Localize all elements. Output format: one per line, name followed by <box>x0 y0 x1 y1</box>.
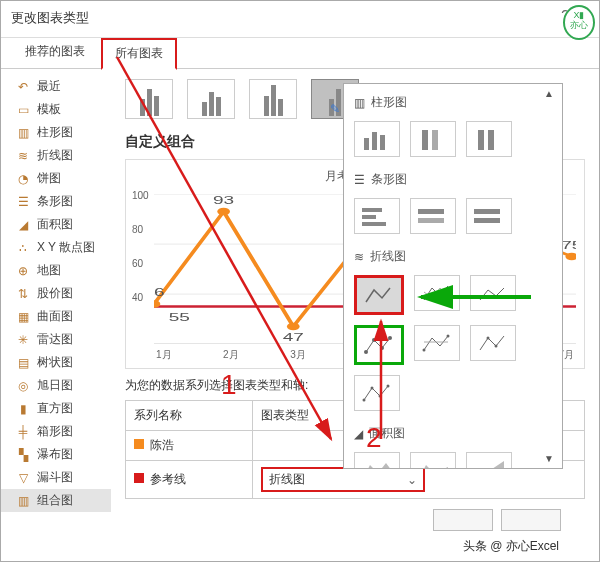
opt-line-2[interactable] <box>414 275 460 311</box>
opt-line-6[interactable] <box>470 325 516 361</box>
chart-type-icon: ▚ <box>15 448 31 462</box>
svg-point-38 <box>423 349 426 352</box>
sidebar-item-0[interactable]: ↶最近 <box>1 75 111 98</box>
watermark-badge: X▮亦心 <box>563 5 595 40</box>
svg-text:56: 56 <box>154 286 165 298</box>
svg-rect-24 <box>432 130 438 150</box>
sidebar-item-3[interactable]: ≋折线图 <box>1 144 111 167</box>
svg-point-41 <box>495 345 498 348</box>
opt-line-1[interactable] <box>354 275 404 315</box>
sidebar-item-11[interactable]: ✳雷达图 <box>1 328 111 351</box>
dialog-buttons <box>433 509 561 531</box>
opt-column-3[interactable] <box>466 121 512 157</box>
line-icon: ≋ <box>354 250 364 264</box>
svg-marker-46 <box>362 463 392 469</box>
chart-type-icon: ◢ <box>15 218 31 232</box>
sidebar-item-9[interactable]: ⇅股价图 <box>1 282 111 305</box>
titlebar: 更改图表类型 ? X▮亦心 <box>1 1 599 31</box>
sidebar-item-18[interactable]: ▥组合图 <box>1 489 111 512</box>
svg-point-45 <box>387 385 390 388</box>
subtype-2[interactable] <box>187 79 235 119</box>
sidebar-item-15[interactable]: ╪箱形图 <box>1 420 111 443</box>
chart-type-icon: ▥ <box>15 494 31 508</box>
annotation-1: 1 <box>221 369 237 401</box>
sidebar-item-1[interactable]: ▭模板 <box>1 98 111 121</box>
scroll-down-icon[interactable]: ▼ <box>544 453 560 464</box>
chart-type-icon: ✳ <box>15 333 31 347</box>
chart-type-icon: ⊕ <box>15 264 31 278</box>
svg-point-40 <box>487 337 490 340</box>
subtype-3[interactable] <box>249 79 297 119</box>
series-type-combo[interactable]: 折线图 ⌄ <box>261 467 425 492</box>
area-icon: ◢ <box>354 427 363 441</box>
sidebar-item-14[interactable]: ▮直方图 <box>1 397 111 420</box>
chart-type-icon: ⇅ <box>15 287 31 301</box>
opt-column-1[interactable] <box>354 121 400 157</box>
svg-text:93: 93 <box>213 194 234 206</box>
tab-recommended[interactable]: 推荐的图表 <box>13 38 97 68</box>
ok-button[interactable] <box>433 509 493 531</box>
flyout-group-line: ≋折线图 <box>344 244 562 269</box>
chart-type-icon: ▦ <box>15 310 31 324</box>
svg-rect-33 <box>474 218 500 223</box>
svg-marker-49 <box>474 461 504 469</box>
sidebar-item-5[interactable]: ☰条形图 <box>1 190 111 213</box>
svg-rect-20 <box>364 138 369 150</box>
swatch-icon <box>134 473 144 483</box>
chart-type-icon: ▤ <box>15 356 31 370</box>
svg-point-44 <box>379 395 382 398</box>
subtype-1[interactable] <box>125 79 173 119</box>
svg-rect-30 <box>418 209 444 214</box>
svg-text:47: 47 <box>283 331 304 343</box>
tab-all-charts[interactable]: 所有图表 <box>101 38 177 70</box>
col-series-name: 系列名称 <box>126 401 253 431</box>
opt-bar-3[interactable] <box>466 198 512 234</box>
cancel-button[interactable] <box>501 509 561 531</box>
change-chart-type-dialog: 更改图表类型 ? X▮亦心 推荐的图表 所有图表 ↶最近▭模板▥柱形图≋折线图◔… <box>0 0 600 562</box>
svg-rect-31 <box>418 218 444 223</box>
chart-type-flyout: ▲ ▥柱形图 ☰条形图 ≋折线图 ◢面积图 ▼ <box>343 83 563 469</box>
sidebar-item-12[interactable]: ▤树状图 <box>1 351 111 374</box>
sidebar-item-7[interactable]: ∴X Y 散点图 <box>1 236 111 259</box>
sidebar-item-16[interactable]: ▚瀑布图 <box>1 443 111 466</box>
opt-bar-2[interactable] <box>410 198 456 234</box>
opt-column-2[interactable] <box>410 121 456 157</box>
tab-strip: 推荐的图表 所有图表 <box>1 37 599 69</box>
sidebar-item-2[interactable]: ▥柱形图 <box>1 121 111 144</box>
opt-bar-1[interactable] <box>354 198 400 234</box>
chart-type-icon: ↶ <box>15 80 31 94</box>
svg-point-36 <box>380 346 384 350</box>
opt-line-7[interactable] <box>354 375 400 411</box>
chart-type-icon: ◔ <box>15 172 31 186</box>
flyout-group-bar: ☰条形图 <box>344 167 562 192</box>
opt-line-4[interactable] <box>354 325 404 365</box>
chevron-down-icon: ⌄ <box>407 473 417 487</box>
svg-text:55: 55 <box>169 311 191 323</box>
chart-type-sidebar: ↶最近▭模板▥柱形图≋折线图◔饼图☰条形图◢面积图∴X Y 散点图⊕地图⇅股价图… <box>1 69 111 549</box>
sidebar-item-6[interactable]: ◢面积图 <box>1 213 111 236</box>
opt-area-1[interactable] <box>354 452 400 469</box>
bar-icon: ☰ <box>354 173 365 187</box>
scroll-up-icon[interactable]: ▲ <box>544 88 560 99</box>
svg-point-43 <box>371 387 374 390</box>
svg-rect-26 <box>488 130 494 150</box>
opt-line-3[interactable] <box>470 275 516 311</box>
chart-type-icon: ╪ <box>15 425 31 439</box>
svg-marker-47 <box>418 465 448 469</box>
svg-point-42 <box>363 399 366 402</box>
opt-line-5[interactable] <box>414 325 460 361</box>
svg-text:75: 75 <box>561 239 576 251</box>
chart-type-icon: ∴ <box>15 241 31 255</box>
sidebar-item-8[interactable]: ⊕地图 <box>1 259 111 282</box>
sidebar-item-13[interactable]: ◎旭日图 <box>1 374 111 397</box>
opt-area-3[interactable] <box>466 452 512 469</box>
sidebar-item-10[interactable]: ▦曲面图 <box>1 305 111 328</box>
chart-type-icon: ◎ <box>15 379 31 393</box>
chart-type-icon: ≋ <box>15 149 31 163</box>
svg-point-6 <box>217 208 230 216</box>
svg-point-7 <box>287 323 300 331</box>
opt-area-2[interactable] <box>410 452 456 469</box>
sidebar-item-17[interactable]: ▽漏斗图 <box>1 466 111 489</box>
chart-type-icon: ▭ <box>15 103 31 117</box>
sidebar-item-4[interactable]: ◔饼图 <box>1 167 111 190</box>
